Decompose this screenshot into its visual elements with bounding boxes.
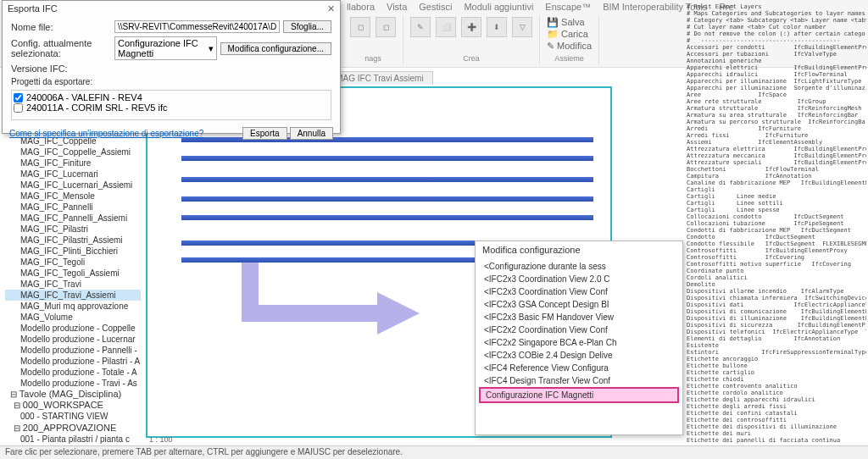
project-browser-tree[interactable]: MAG_IFC_CoppelleMAG_IFC_Coppelle_Assiemi…: [5, 135, 141, 445]
version-label: Versione IFC:: [11, 64, 111, 74]
file-path-input[interactable]: [114, 20, 280, 33]
tool-icon[interactable]: ◻: [376, 17, 396, 37]
tree-item[interactable]: Modello produzione - Coppelle: [5, 323, 141, 334]
tab-collabora[interactable]: llabora: [343, 0, 378, 15]
tree-item[interactable]: MAG_IFC_Pilastri: [5, 224, 141, 235]
config-list-item[interactable]: <IFC2x3 Coordination View 2.0 C: [479, 273, 679, 285]
modifica-button[interactable]: ✎ Modifica: [547, 41, 592, 52]
dialog-title: Modifica configurazione: [476, 241, 682, 258]
tree-item[interactable]: MAG_IFC_Finiture: [5, 158, 141, 169]
group-label: Crea: [410, 54, 532, 63]
config-list-item[interactable]: <IFC2x3 Basic FM Handover View: [479, 311, 679, 324]
tree-item[interactable]: MAG_IFC_Travi: [5, 279, 141, 290]
browse-button[interactable]: Sfoglia...: [283, 20, 331, 33]
tree-item[interactable]: ⊟ 200_APPROVAZIONE: [5, 422, 141, 434]
tree-item[interactable]: MAG_IFC_Pilastri_Assiemi: [5, 235, 141, 246]
config-list-item[interactable]: <IFC2x2 Singapore BCA e-Plan Ch: [479, 336, 679, 349]
tree-group-tavole[interactable]: ⊟ Tavole (MAG_Disciplina): [5, 389, 141, 399]
tree-item[interactable]: Modello produzione - Totale - A: [5, 367, 141, 378]
ribbon-tabs: llabora Vista Gestisci Moduli aggiuntivi…: [343, 0, 737, 15]
tree-item[interactable]: 001 - Pianta pilastri / pianta c: [5, 434, 141, 445]
chevron-down-icon: ▾: [209, 43, 214, 54]
tree-item[interactable]: Modello produzione - Travi - As: [5, 378, 141, 389]
tree-item[interactable]: MAG_IFC_Tegoli_Assiemi: [5, 268, 141, 279]
beam-element[interactable]: [181, 156, 593, 161]
ribbon-group-crea: ✎ ⬜ ➕ ⬇ ▽ Crea: [403, 15, 540, 64]
salva-button[interactable]: 💾 Salva: [547, 17, 592, 28]
tree-item[interactable]: Modello produzione - Pilastri - A: [5, 356, 141, 367]
projects-label: Progetti da esportare:: [11, 77, 331, 86]
config-list-item[interactable]: <IFC4 Design Transfer View Conf: [479, 374, 679, 387]
modify-config-button[interactable]: Modifica configurazione...: [220, 42, 331, 55]
file-label: Nome file:: [11, 22, 111, 32]
close-icon[interactable]: ✕: [327, 3, 335, 14]
tree-item[interactable]: MAG_IFC_Lucernari: [5, 169, 141, 180]
tree-item[interactable]: MAG_IFC_Plinti_Bicchieri: [5, 246, 141, 257]
view-scale[interactable]: 1 : 100: [149, 435, 173, 444]
cancel-button[interactable]: Annulla: [290, 127, 333, 140]
config-list-item[interactable]: <IFC2x3 COBie 2.4 Design Delive: [479, 349, 679, 362]
tree-item[interactable]: MAG_IFC_Coppelle_Assiemi: [5, 147, 141, 158]
beam-element[interactable]: [181, 177, 593, 182]
tree-item[interactable]: MAG_IFC_Travi_Assiemi: [5, 290, 141, 301]
tree-item[interactable]: Modello produzione - Lucernar: [5, 334, 141, 345]
carica-button[interactable]: 📁 Carica: [547, 29, 592, 40]
tree-item[interactable]: ⊟ 000_WORKSPACE: [5, 399, 141, 411]
config-list-item[interactable]: <IFC2x2 Coordination View Conf: [479, 324, 679, 336]
modifica-icon[interactable]: ✎: [410, 17, 431, 37]
project-checkbox[interactable]: [14, 93, 23, 102]
projects-list: 240006A - VALEFIN - REV4 240011A - CORIM…: [11, 90, 331, 120]
project-checkbox[interactable]: [14, 103, 23, 113]
config-list-item[interactable]: <IFC2x3 GSA Concept Design BI: [479, 298, 679, 311]
tab-vista[interactable]: Vista: [383, 0, 410, 15]
tree-item[interactable]: MAG_IFC_Tegoli: [5, 257, 141, 268]
config-dropdown[interactable]: Configurazione IFC Magnetti▾: [114, 36, 217, 60]
tab-moduli[interactable]: Moduli aggiuntivi: [460, 0, 537, 15]
tree-item[interactable]: 000 - STARTING VIEW: [5, 411, 141, 422]
project-checkbox-row[interactable]: 240011A - CORIM SRL - REV5 ifc: [14, 102, 329, 113]
modify-config-dialog: Modifica configurazione <Configurazione …: [475, 241, 683, 435]
beam-element[interactable]: [181, 196, 593, 202]
annotation-arrow: [242, 254, 428, 356]
tree-item[interactable]: Modello produzione - Pannelli -: [5, 345, 141, 356]
dialog-title-bar: Esporta IFC ✕: [3, 1, 340, 17]
tab-enscape[interactable]: Enscape™: [542, 0, 594, 15]
tree-item[interactable]: MAG_IFC_Lucernari_Assiemi: [5, 180, 141, 191]
dialog-title: Esporta IFC: [8, 3, 58, 14]
help-link[interactable]: Come si specifica un'impostazione di esp…: [9, 129, 203, 138]
status-bar: Fare clic per selezionare, premere TAB p…: [0, 445, 868, 459]
tree-item[interactable]: MAG_Muri mq approvazione: [5, 301, 141, 312]
beam-element[interactable]: [181, 215, 593, 220]
config-list-item[interactable]: <IFC2x3 Coordination View Conf: [479, 285, 679, 298]
scomponi-icon[interactable]: ⬜: [436, 17, 456, 37]
export-button[interactable]: Esporta: [242, 127, 287, 140]
config-list[interactable]: <Configurazione durante la sess<IFC2x3 C…: [476, 258, 682, 405]
config-list-item[interactable]: <Configurazione durante la sess: [479, 260, 679, 273]
ribbon-groups: ◻ ◻ nags ✎ ⬜ ➕ ⬇ ▽ Crea 💾 Salva 📁 Carica…: [343, 15, 599, 64]
tree-item[interactable]: MAG_IFC_Mensole: [5, 191, 141, 202]
tree-item[interactable]: MAG_Volume: [5, 312, 141, 323]
filtra-icon[interactable]: ▽: [512, 17, 532, 37]
tree-item[interactable]: MAG_IFC_Pannelli: [5, 202, 141, 213]
project-checkbox-row[interactable]: 240006A - VALEFIN - REV4: [14, 92, 329, 102]
config-list-item[interactable]: Configurazione IFC Magnetti: [479, 387, 679, 403]
group-label: Assieme: [547, 54, 592, 63]
ribbon-group-assieme: 💾 Salva 📁 Carica ✎ Modifica Assieme: [540, 15, 599, 64]
tool-icon[interactable]: ◻: [350, 17, 370, 37]
group-label: nags: [350, 54, 396, 63]
layer-mapping-text: # Revit Export Layers # Maps Categories …: [687, 3, 866, 444]
export-ifc-dialog: Esporta IFC ✕ Nome file: Sfoglia... Conf…: [2, 0, 341, 134]
config-label: Config. attualmente selezionata:: [11, 38, 111, 58]
tree-item[interactable]: MAG_IFC_Pannelli_Assiemi: [5, 213, 141, 224]
config-list-item[interactable]: <IFC4 Reference View Configura: [479, 362, 679, 374]
acquisisci-icon[interactable]: ⬇: [487, 17, 507, 37]
ribbon-group-1: ◻ ◻ nags: [343, 15, 403, 64]
tab-gestisci[interactable]: Gestisci: [415, 0, 455, 15]
crea-icon[interactable]: ➕: [461, 17, 481, 37]
